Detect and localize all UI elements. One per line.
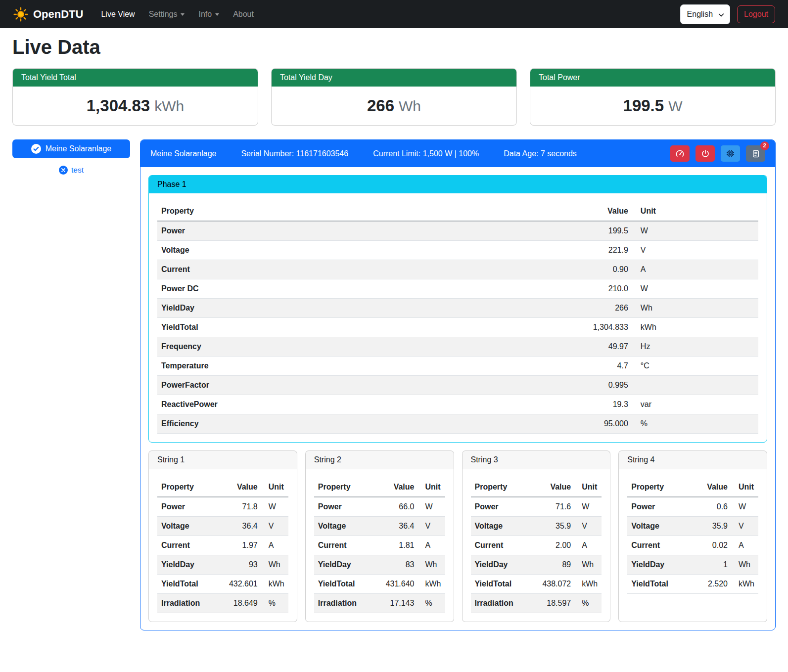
unit-cell: kWh [262, 575, 288, 594]
property-cell: Voltage [157, 517, 225, 536]
table-row: Current1.97A [157, 536, 288, 555]
page-title: Live Data [0, 36, 788, 58]
content-row: Meine Solaranlage test Meine Solaranlage… [0, 126, 788, 643]
value-cell: 35.9 [695, 517, 732, 536]
property-cell: YieldDay [314, 555, 382, 575]
unit-cell: kWh [575, 575, 602, 594]
string-card-body: Property Value Unit Power71.8W Voltage36… [149, 469, 297, 622]
power-icon [701, 149, 710, 158]
column-header-value: Value [225, 478, 262, 497]
table-row: Power199.5W [157, 221, 758, 241]
phase-card-title: Phase 1 [149, 176, 767, 193]
string-table: Property Value Unit Power66.0W Voltage36… [314, 478, 445, 613]
summary-card-body: 266Wh [272, 87, 516, 125]
value-cell: 36.4 [225, 517, 262, 536]
table-header-row: Property Value Unit [157, 478, 288, 497]
summary-card-body: 1,304.83kWh [13, 87, 258, 125]
nav-info[interactable]: Info [191, 6, 226, 23]
gauge-icon [675, 149, 685, 158]
value-cell: 1 [695, 555, 732, 575]
table-row: YieldTotal431.640kWh [314, 575, 445, 594]
language-select-value: English [687, 10, 713, 19]
summary-card-yield-total: Total Yield Total 1,304.83kWh [12, 68, 258, 126]
device-info-button[interactable] [721, 145, 740, 162]
table-row: Efficiency95.000% [157, 414, 758, 434]
table-row: Voltage36.4V [314, 517, 445, 536]
unit-cell: Wh [732, 555, 758, 575]
column-header-property: Property [157, 202, 542, 221]
property-cell: YieldTotal [314, 575, 382, 594]
unit-cell: % [418, 594, 445, 613]
value-cell: 432.601 [225, 575, 262, 594]
value-cell: 0.90 [542, 260, 632, 279]
table-row: Voltage221.9V [157, 241, 758, 260]
unit-cell [632, 376, 758, 395]
phase-card-body: Property Value Unit Power199.5W Voltage2… [149, 193, 767, 442]
column-header-property: Property [471, 478, 539, 497]
column-header-property: Property [627, 478, 695, 497]
table-row: YieldDay83Wh [314, 555, 445, 575]
nav-about[interactable]: About [226, 6, 261, 23]
inverter-select-button[interactable]: Meine Solaranlage [12, 139, 130, 158]
inverter-limit: Current Limit: 1,500 W | 100% [373, 149, 479, 158]
table-row: Power0.6W [627, 497, 758, 517]
sun-logo-icon [13, 6, 29, 22]
string-card-2: String 2 Property Value Unit [305, 450, 454, 622]
column-header-unit: Unit [632, 202, 758, 221]
power-button[interactable] [695, 145, 715, 162]
language-select[interactable]: English [680, 4, 730, 24]
table-header-row: Property Value Unit [314, 478, 445, 497]
navbar-right: English Logout [680, 4, 775, 24]
column-header-unit: Unit [418, 478, 445, 497]
property-cell: Power [157, 497, 225, 517]
value-cell: 1.81 [381, 536, 418, 555]
chevron-down-icon [181, 13, 185, 16]
column-header-value: Value [542, 202, 632, 221]
table-row: Power71.6W [471, 497, 602, 517]
property-cell: Irradiation [314, 594, 382, 613]
limit-settings-button[interactable] [670, 145, 690, 162]
value-cell: 83 [381, 555, 418, 575]
unit-cell: A [418, 536, 445, 555]
property-cell: Frequency [157, 337, 542, 357]
unit-cell: V [732, 517, 758, 536]
value-cell: 17.143 [381, 594, 418, 613]
summary-card-yield-day: Total Yield Day 266Wh [271, 68, 517, 126]
summary-card-body: 199.5W [530, 87, 775, 125]
table-row: YieldTotal2.520kWh [627, 575, 758, 594]
value-cell: 1,304.833 [542, 318, 632, 337]
inverter-sidebar: Meine Solaranlage test [12, 139, 130, 175]
inverter-item-test[interactable]: test [12, 166, 130, 175]
column-header-unit: Unit [575, 478, 602, 497]
property-cell: YieldTotal [157, 318, 542, 337]
property-cell: Voltage [314, 517, 382, 536]
table-row: YieldDay266Wh [157, 299, 758, 318]
summary-card-title: Total Yield Day [272, 69, 516, 87]
value-cell: 18.649 [225, 594, 262, 613]
nav-live-view[interactable]: Live View [94, 6, 141, 23]
value-cell: 66.0 [381, 497, 418, 517]
table-header-row: Property Value Unit [627, 478, 758, 497]
property-cell: Power DC [157, 279, 542, 299]
table-row: Voltage36.4V [157, 517, 288, 536]
nav-settings[interactable]: Settings [142, 6, 192, 23]
logout-button[interactable]: Logout [737, 5, 775, 23]
table-row: ReactivePower19.3var [157, 395, 758, 414]
journal-icon [751, 149, 760, 158]
string-table: Property Value Unit Power0.6W Voltage35.… [627, 478, 758, 594]
unit-cell: Wh [418, 555, 445, 575]
value-cell: 71.6 [538, 497, 575, 517]
phase-card: Phase 1 Property Value Unit Power199.5W [148, 175, 767, 443]
table-row: Temperature4.7°C [157, 357, 758, 376]
event-log-button[interactable]: 2 [746, 145, 765, 162]
nav-settings-label: Settings [149, 10, 178, 19]
value-cell: 71.8 [225, 497, 262, 517]
value-cell: 4.7 [542, 357, 632, 376]
column-header-property: Property [314, 478, 382, 497]
property-cell: PowerFactor [157, 376, 542, 395]
property-cell: YieldTotal [627, 575, 695, 594]
unit-cell: A [632, 260, 758, 279]
brand[interactable]: OpenDTU [13, 6, 83, 22]
value-cell: 431.640 [381, 575, 418, 594]
value-cell: 2.00 [538, 536, 575, 555]
